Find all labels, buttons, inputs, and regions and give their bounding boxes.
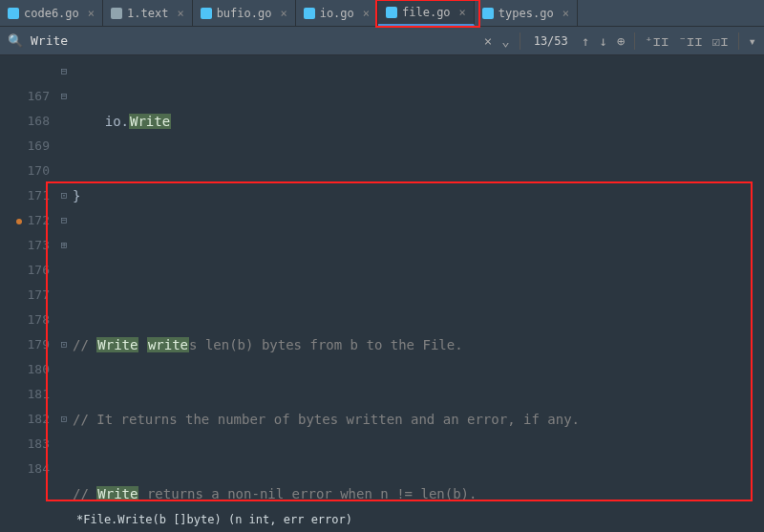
line-number: 181: [0, 382, 55, 407]
separator: [634, 32, 635, 50]
text-file-icon: [111, 8, 122, 19]
fold-marker[interactable]: ⊡: [55, 407, 73, 432]
go-file-icon: [304, 8, 315, 19]
fold-marker: [55, 134, 73, 159]
line-number: 183: [0, 432, 55, 457]
filter-icon[interactable]: ▾: [749, 33, 756, 49]
line-number: 167: [0, 84, 55, 109]
close-icon[interactable]: ×: [363, 7, 370, 20]
tab-1text[interactable]: 1.text ×: [103, 0, 193, 26]
pin-icon[interactable]: ⊕: [617, 33, 625, 49]
fold-marker[interactable]: ⊟: [55, 208, 73, 233]
code-line[interactable]: // It returns the number of bytes writte…: [73, 407, 764, 432]
search-input[interactable]: [31, 33, 288, 48]
fold-marker: [55, 457, 73, 481]
remove-selection-icon[interactable]: ⁻ɪɪ: [678, 33, 702, 49]
line-number: 179: [0, 332, 55, 357]
close-icon[interactable]: ×: [459, 6, 466, 19]
fold-marker: [55, 283, 73, 308]
code-line[interactable]: }: [73, 183, 764, 208]
breadcrumb-hint: *File.Write(b []byte) (n int, err error): [76, 513, 352, 526]
code-area[interactable]: io.Write } // Write writes len(b) bytes …: [73, 55, 764, 532]
line-number: 172: [0, 208, 55, 233]
tab-label: io.go: [320, 7, 354, 20]
fold-marker[interactable]: ⊟: [55, 59, 73, 84]
go-file-icon: [386, 7, 397, 18]
tab-file[interactable]: file.go ×: [378, 0, 475, 26]
line-number: 180: [0, 357, 55, 382]
prev-match-icon[interactable]: ↑: [582, 33, 589, 49]
line-number: 169: [0, 134, 55, 159]
search-match: Write: [96, 337, 138, 352]
fold-marker: [55, 432, 73, 457]
fold-marker[interactable]: ⊞: [55, 233, 73, 258]
match-count: 13/53: [534, 34, 568, 48]
code-line[interactable]: io.Write: [73, 109, 764, 134]
line-number: 177: [0, 283, 55, 308]
close-search-icon[interactable]: ×: [484, 33, 492, 49]
tab-label: file.go: [402, 6, 451, 19]
search-match: Write: [129, 114, 171, 129]
select-all-icon[interactable]: ☑ɪ: [712, 33, 729, 49]
editor[interactable]: 167 168 169 170 171 172 173 176 177 178 …: [0, 55, 764, 532]
search-match: write: [147, 337, 189, 352]
close-icon[interactable]: ×: [177, 7, 183, 20]
fold-marker: [55, 159, 73, 183]
gutter: 167 168 169 170 171 172 173 176 177 178 …: [0, 55, 55, 532]
separator: [738, 32, 739, 50]
close-icon[interactable]: ×: [88, 7, 95, 20]
separator: [520, 32, 520, 50]
code-line[interactable]: // Write returns a non-nil error when n …: [73, 481, 764, 506]
line-number: 170: [0, 159, 55, 183]
fold-marker[interactable]: ⊡: [55, 183, 73, 208]
search-icon: 🔍: [8, 33, 23, 48]
search-match: Write: [96, 486, 138, 501]
next-match-icon[interactable]: ↓: [599, 33, 606, 49]
fold-marker: [55, 382, 73, 407]
tab-io[interactable]: io.go ×: [296, 0, 378, 26]
line-number: 184: [0, 457, 55, 481]
close-icon[interactable]: ×: [562, 7, 569, 20]
add-selection-icon[interactable]: ⁺ɪɪ: [645, 33, 668, 49]
tab-bar: code6.go × 1.text × bufio.go × io.go × f…: [0, 0, 764, 27]
go-file-icon: [482, 8, 494, 19]
tab-code6[interactable]: code6.go ×: [0, 0, 103, 26]
fold-marker: [55, 258, 73, 283]
go-file-icon: [201, 8, 212, 19]
line-number: [0, 59, 55, 84]
code-line[interactable]: [73, 258, 764, 283]
find-toolbar: 🔍 × ⌄ 13/53 ↑ ↓ ⊕ ⁺ɪɪ ⁻ɪɪ ☑ɪ ▾: [0, 27, 764, 55]
line-number: 176: [0, 258, 55, 283]
line-number: 182: [0, 407, 55, 432]
tab-label: 1.text: [127, 7, 168, 20]
fold-marker[interactable]: ⊟: [55, 84, 73, 109]
code-line[interactable]: // Write writes len(b) bytes from b to t…: [73, 332, 764, 357]
fold-marker: [55, 308, 73, 332]
close-icon[interactable]: ×: [280, 7, 286, 20]
fold-column: ⊟ ⊟ ⊡ ⊟ ⊞ ⊡ ⊡: [55, 55, 73, 532]
line-number: 168: [0, 109, 55, 134]
line-number: 178: [0, 308, 55, 332]
tab-label: types.go: [499, 7, 554, 20]
tab-label: bufio.go: [217, 7, 272, 20]
tab-label: code6.go: [24, 7, 79, 20]
tab-types[interactable]: types.go ×: [475, 0, 578, 26]
fold-marker: [55, 109, 73, 134]
line-number: 173: [0, 233, 55, 258]
tab-bufio[interactable]: bufio.go ×: [193, 0, 296, 26]
chevron-down-icon[interactable]: ⌄: [501, 33, 509, 49]
go-file-icon: [8, 8, 19, 19]
fold-marker[interactable]: ⊡: [55, 332, 73, 357]
fold-marker: [55, 357, 73, 382]
line-number: 171: [0, 183, 55, 208]
